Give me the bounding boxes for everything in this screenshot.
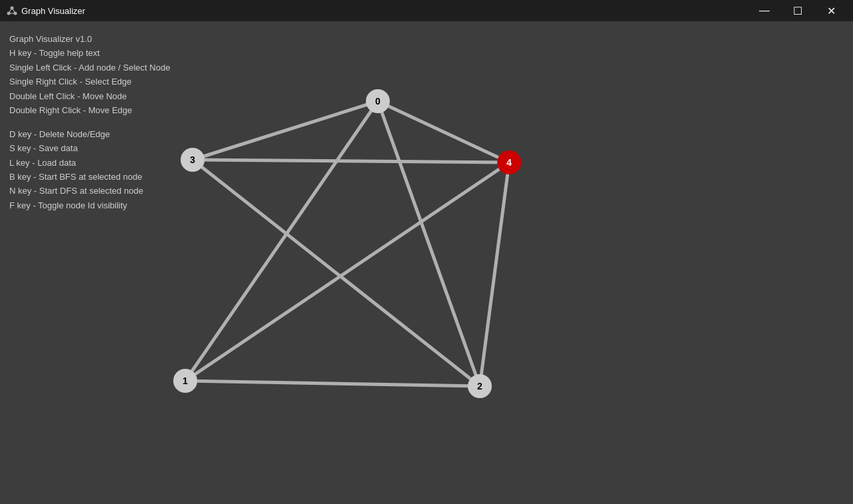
node-4[interactable]: 4 (497, 150, 521, 174)
node-label-0: 0 (375, 96, 381, 107)
svg-line-4 (12, 8, 15, 13)
edge-2-4[interactable] (480, 162, 509, 386)
node-label-4: 4 (506, 157, 512, 168)
window-controls: — ☐ ✕ (749, 0, 846, 21)
node-1[interactable]: 1 (173, 369, 197, 393)
node-2[interactable]: 2 (468, 374, 492, 398)
main-content: Graph Visualizer v1.0 H key - Toggle hel… (0, 21, 853, 504)
edge-0-2[interactable] (378, 101, 480, 386)
maximize-button[interactable]: ☐ (782, 0, 813, 21)
minimize-button[interactable]: — (749, 0, 780, 21)
window-title: Graph Visualizer (21, 6, 749, 16)
close-button[interactable]: ✕ (816, 0, 846, 21)
graph-canvas[interactable]: 01234 (0, 21, 853, 504)
edge-3-4[interactable] (193, 160, 509, 162)
node-label-1: 1 (183, 376, 188, 386)
app-icon (7, 5, 17, 16)
edge-3-2[interactable] (193, 160, 480, 386)
edge-1-0[interactable] (185, 101, 378, 381)
svg-line-3 (9, 8, 12, 13)
node-label-3: 3 (190, 154, 195, 165)
title-bar: Graph Visualizer — ☐ ✕ (0, 0, 853, 21)
edge-1-2[interactable] (185, 381, 480, 386)
edge-1-4[interactable] (185, 162, 509, 381)
node-3[interactable]: 3 (181, 148, 205, 172)
node-label-2: 2 (477, 381, 482, 391)
node-0[interactable]: 0 (366, 89, 390, 113)
edge-0-3[interactable] (193, 101, 378, 160)
